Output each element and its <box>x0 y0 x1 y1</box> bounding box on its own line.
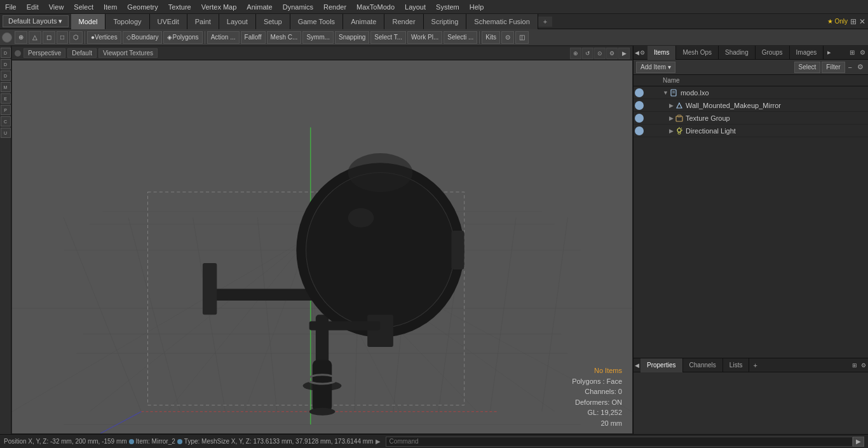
menu-system[interactable]: System <box>431 2 465 12</box>
menu-view[interactable]: View <box>44 2 69 12</box>
tool-boundary-btn[interactable]: ◇ Boundary <box>123 31 163 44</box>
close-icon[interactable]: ✕ <box>859 17 865 26</box>
vis-toggle-3[interactable] <box>635 126 644 135</box>
tool-vertices-btn[interactable]: ● Vertices <box>87 31 121 44</box>
tool-action-btn[interactable]: Action ... <box>207 31 240 44</box>
tool-mesh-btn[interactable]: Mesh C... <box>267 31 302 44</box>
menu-item[interactable]: Item <box>98 2 122 12</box>
tab-render[interactable]: Render <box>384 14 423 29</box>
items-settings-icon[interactable]: ⚙ <box>855 63 865 71</box>
tab-scripting[interactable]: Scripting <box>424 14 467 29</box>
expand-icon[interactable]: ⊞ <box>850 17 857 26</box>
menu-dynamics[interactable]: Dynamics <box>278 2 318 12</box>
vp-icon-play[interactable]: ▶ <box>618 48 630 59</box>
select-btn[interactable]: Select <box>794 62 821 73</box>
viewport-canvas[interactable]: No Items Polygons : Face Channels: 0 Def… <box>12 60 632 433</box>
prop-tab-lists[interactable]: Lists <box>723 358 750 372</box>
tool-hex-btn[interactable]: ⬡ <box>69 31 83 44</box>
menu-maxtomodo[interactable]: MaxToModo <box>351 2 400 12</box>
vis-toggle-2[interactable] <box>635 114 644 123</box>
vis-toggle-1[interactable] <box>635 101 644 110</box>
tab-add-icon[interactable]: + <box>538 17 552 27</box>
tree-expand-0[interactable]: ▼ <box>663 90 668 96</box>
vp-icon-orbit[interactable]: ⊕ <box>570 48 581 59</box>
filter-btn[interactable]: Filter <box>822 62 844 73</box>
tree-row-modo-lxo[interactable]: ▼ modo.lxo <box>634 86 868 99</box>
rp-tab-images[interactable]: Images <box>790 46 824 60</box>
menu-render[interactable]: Render <box>318 2 351 12</box>
panel-collapse-icon[interactable]: ◀ <box>635 50 639 56</box>
tool-selecti-btn[interactable]: Selecti ... <box>444 31 477 44</box>
tool-select-btn[interactable]: □ <box>57 31 68 44</box>
sidebar-btn-3[interactable]: D <box>1 71 11 81</box>
rp-tab-items[interactable]: Items <box>648 46 676 60</box>
rp-settings-icon[interactable]: ⚙ <box>857 49 868 56</box>
menu-animate[interactable]: Animate <box>241 2 277 12</box>
tool-work-pl-btn[interactable]: Work Pl... <box>407 31 442 44</box>
tree-row-wall-mirror[interactable]: ▶ Wall_Mounted_Makeup_Mirror <box>634 99 868 112</box>
tool-dot-btn[interactable] <box>2 32 12 43</box>
rp-tab-mesh-ops[interactable]: Mesh Ops <box>676 46 719 60</box>
sidebar-btn-1[interactable]: D <box>1 48 11 58</box>
sidebar-btn-c[interactable]: C <box>1 116 11 126</box>
prop-tab-channels[interactable]: Channels <box>683 358 723 372</box>
sidebar-btn-m[interactable]: M <box>1 82 11 92</box>
prop-tab-properties[interactable]: Properties <box>641 358 683 372</box>
menu-layout[interactable]: Layout <box>400 2 431 12</box>
vp-icon-refresh[interactable]: ↺ <box>582 48 593 59</box>
items-minus-icon[interactable]: − <box>846 64 854 71</box>
tab-uvedit[interactable]: UVEdit <box>150 14 187 29</box>
tool-rect-btn[interactable]: ◻ <box>43 31 55 44</box>
menu-help[interactable]: Help <box>465 2 489 12</box>
prop-settings-icon[interactable]: ⚙ <box>859 362 868 369</box>
tool-lasso-btn[interactable]: △ <box>29 31 41 44</box>
prop-tab-plus[interactable]: + <box>749 360 761 370</box>
tree-expand-1[interactable]: ▶ <box>669 102 674 109</box>
tab-animate[interactable]: Animate <box>343 14 384 29</box>
tool-symm-btn[interactable]: Symm... <box>302 31 334 44</box>
viewport-toggle[interactable] <box>15 50 21 57</box>
menu-vertex-map[interactable]: Vertex Map <box>196 2 242 12</box>
tree-expand-3[interactable]: ▶ <box>669 128 674 134</box>
sidebar-btn-2[interactable]: D <box>1 59 11 69</box>
sidebar-btn-uv[interactable]: U <box>1 128 11 138</box>
default-btn[interactable]: Default <box>67 48 97 58</box>
panel-settings-icon[interactable]: ⚙ <box>640 50 645 56</box>
tool-polygons-btn[interactable]: ◈ Polygons <box>163 31 202 44</box>
add-item-btn[interactable]: Add Item ▾ <box>636 62 675 73</box>
menu-select[interactable]: Select <box>69 2 98 12</box>
tab-topology[interactable]: Topology <box>105 14 149 29</box>
rp-expand-icon[interactable]: ⊞ <box>847 49 857 56</box>
tool-grid-icon[interactable]: ◫ <box>515 31 529 44</box>
tab-setup[interactable]: Setup <box>256 14 290 29</box>
command-run-btn[interactable]: ▶ <box>853 437 864 447</box>
tool-falloff-btn[interactable]: Falloff <box>241 31 266 44</box>
tab-paint[interactable]: Paint <box>187 14 219 29</box>
menu-texture[interactable]: Texture <box>163 2 196 12</box>
rp-tab-plus[interactable]: ▸ <box>824 47 835 58</box>
prop-icon-1[interactable]: ◀ <box>635 362 639 369</box>
rp-tab-groups[interactable]: Groups <box>756 46 790 60</box>
menu-file[interactable]: File <box>0 2 22 12</box>
tree-row-directional-light[interactable]: ▶ Directional Light <box>634 125 868 137</box>
items-list[interactable]: ▼ modo.lxo ▶ Wall_Mounted_Makeup_Mirror <box>634 86 868 358</box>
tool-select-t-btn[interactable]: Select T... <box>370 31 406 44</box>
tool-snapping-btn[interactable]: Snapping <box>335 31 369 44</box>
tool-kits-btn[interactable]: Kits <box>482 31 500 44</box>
prop-expand-icon[interactable]: ⊞ <box>850 362 859 369</box>
vp-icon-settings[interactable]: ⚙ <box>606 48 618 59</box>
tree-expand-2[interactable]: ▶ <box>669 115 674 121</box>
tab-layout[interactable]: Layout <box>219 14 256 29</box>
layout-dropdown[interactable]: Default Layouts ▾ <box>3 15 69 27</box>
vp-icon-zoom[interactable]: ⊙ <box>594 48 606 59</box>
perspective-btn[interactable]: Perspective <box>24 48 65 58</box>
tab-model[interactable]: Model <box>71 14 106 29</box>
tool-sphere-icon[interactable]: ⊙ <box>501 31 514 44</box>
tree-row-texture-group[interactable]: ▶ Texture Group <box>634 112 868 125</box>
rp-tab-shading[interactable]: Shading <box>719 46 756 60</box>
menu-geometry[interactable]: Geometry <box>122 2 163 12</box>
tab-schematic-fusion[interactable]: Schematic Fusion <box>466 14 538 29</box>
sidebar-btn-e[interactable]: E <box>1 93 11 104</box>
tab-game-tools[interactable]: Game Tools <box>290 14 344 29</box>
command-input[interactable] <box>386 437 853 447</box>
